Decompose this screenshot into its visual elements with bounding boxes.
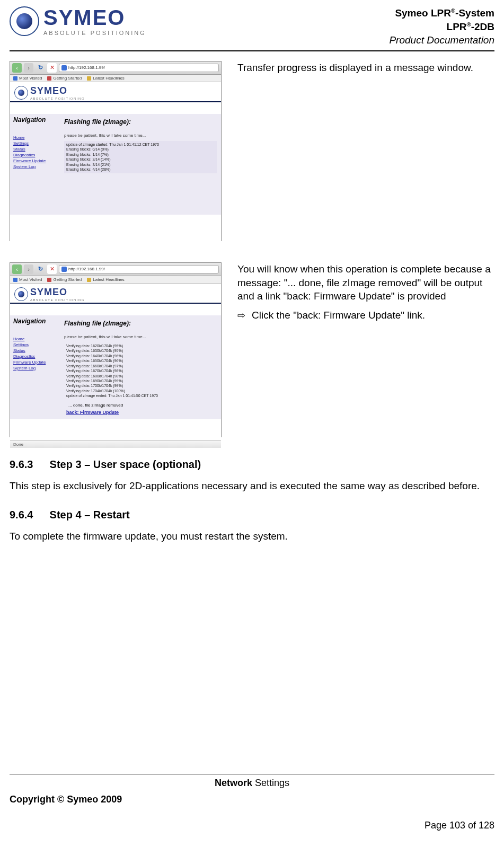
caption-1: Transfer progress is displayed in a mess… — [237, 61, 494, 241]
nav-home[interactable]: Home — [13, 135, 61, 140]
page-header: SYMEO ABSOLUTE POSITIONING Symeo LPR®-Sy… — [10, 6, 494, 51]
screenshot-done: ‹ › ↻ ✕ http://192.168.1.99/ Most Visite… — [10, 262, 222, 437]
nav-syslog[interactable]: System Log — [13, 366, 61, 370]
log-line: Verifying data: 1704k/1704k (100%) — [66, 389, 215, 393]
logo: SYMEO ABSOLUTE POSITIONING — [10, 6, 146, 36]
title-line2a: LPR — [447, 21, 467, 32]
caption-2: You will know when this operation is com… — [237, 262, 494, 437]
heading-963-title: Step 3 – User space (optional) — [50, 458, 201, 470]
arrow-icon: ⇨ — [237, 309, 245, 322]
flash-heading: Flashing file (zImage): — [64, 320, 217, 327]
inner-logo-name: SYMEO — [30, 85, 85, 96]
nav-column: Navigation Home Settings Status Diagnost… — [10, 114, 64, 215]
log-line: Verifying data: 1700k/1704k (99%) — [66, 383, 215, 388]
back-firmware-link[interactable]: back: Firmware Update — [66, 410, 217, 415]
nav-settings[interactable]: Settings — [13, 141, 61, 146]
address-bar[interactable]: http://192.168.1.99/ — [59, 265, 219, 273]
log-line: Verifying data: 1660k/1704k (97%) — [66, 364, 215, 368]
bookmark-bar: Most Visited Getting Started Latest Head… — [10, 276, 221, 284]
title-line1a: Symeo LPR — [395, 7, 451, 19]
caption-2-text: You will know when this operation is com… — [237, 262, 494, 303]
log-line: Erasing blocks: 3/14 (21%) — [66, 162, 215, 167]
nav-diagnostics[interactable]: Diagnostics — [13, 354, 61, 359]
screenshot-progress: ‹ › ↻ ✕ http://192.168.1.99/ Most Visite… — [10, 61, 222, 241]
log-line: Verifying data: 1620k/1704k (95%) — [66, 343, 215, 348]
log-line: update of zImage started: Thu Jan 1 01:4… — [66, 142, 215, 147]
doc-title: Symeo LPR®-System LPR®-2DB Product Docum… — [389, 6, 494, 47]
bookmark-bar: Most Visited Getting Started Latest Head… — [10, 75, 221, 82]
logo-tagline: ABSOLUTE POSITIONING — [43, 30, 146, 36]
logo-name: SYMEO — [43, 7, 146, 28]
back-icon[interactable]: ‹ — [12, 264, 22, 274]
inner-logo-name: SYMEO — [30, 287, 85, 298]
nav-diagnostics[interactable]: Diagnostics — [13, 153, 61, 157]
log-output: Verifying data: 1620k/1704k (95%) Verify… — [64, 342, 217, 400]
nav-status[interactable]: Status — [13, 348, 61, 353]
footer-section-rest: Settings — [252, 778, 289, 788]
stop-icon[interactable]: ✕ — [47, 264, 57, 274]
body-964: To complete the firmware update, you mus… — [10, 530, 494, 543]
forward-icon: › — [24, 264, 33, 274]
bookmark-most-visited[interactable]: Most Visited — [13, 277, 42, 282]
nav-home[interactable]: Home — [13, 337, 61, 341]
nav-syslog[interactable]: System Log — [13, 164, 61, 169]
title-line3: Product Documentation — [389, 33, 494, 47]
status-bar: Done — [10, 440, 221, 448]
log-line: Verifying data: 1650k/1704k (96%) — [66, 358, 215, 363]
page-footer: Network Settings Copyright © Symeo 2009 … — [10, 774, 494, 831]
reload-icon[interactable]: ↻ — [36, 63, 45, 73]
log-line: Erasing blocks: 0/14 (0%) — [66, 147, 215, 152]
log-line: update of zImage ended: Thu Jan 1 01:41:… — [66, 393, 215, 398]
main-column: Flashing file (zImage): please be patien… — [64, 114, 221, 215]
heading-963: 9.6.3 Step 3 – User space (optional) — [10, 458, 494, 471]
inner-logo-tag: ABSOLUTE POSITIONING — [30, 298, 85, 302]
log-line: Verifying data: 1640k/1704k (96%) — [66, 354, 215, 358]
bookmark-latest-headlines[interactable]: Latest Headlines — [87, 277, 125, 282]
nav-status[interactable]: Status — [13, 147, 61, 152]
back-icon[interactable]: ‹ — [12, 63, 22, 73]
log-line: Verifying data: 1630k/1704k (95%) — [66, 348, 215, 353]
logo-icon — [10, 6, 39, 36]
reload-icon[interactable]: ↻ — [36, 264, 45, 274]
footer-page: Page 103 of 128 — [10, 820, 494, 831]
heading-963-num: 9.6.3 — [10, 458, 47, 471]
nav-firmware[interactable]: Firmware Update — [13, 158, 61, 163]
log-line: Verifying data: 1690k/1704k (99%) — [66, 378, 215, 383]
log-line: Erasing blocks: 1/14 (7%) — [66, 152, 215, 157]
inner-logo-tag: ABSOLUTE POSITIONING — [30, 97, 85, 100]
log-output: update of zImage started: Thu Jan 1 01:4… — [64, 141, 217, 173]
title-line1b: -System — [455, 7, 494, 19]
heading-964-title: Step 4 – Restart — [50, 509, 130, 520]
bookmark-getting-started[interactable]: Getting Started — [47, 76, 82, 81]
nav-title: Navigation — [13, 116, 46, 123]
forward-icon: › — [24, 63, 33, 73]
nav-firmware[interactable]: Firmware Update — [13, 360, 61, 365]
done-message: ... done, file zImage removed — [68, 403, 217, 408]
heading-964: 9.6.4 Step 4 – Restart — [10, 509, 494, 521]
log-line: Erasing blocks: 4/14 (28%) — [66, 167, 215, 172]
caption-2-action: Click the "back: Firmware Update" link. — [252, 308, 425, 322]
body-963: This step is exclusively for 2D-applicat… — [10, 479, 494, 493]
flash-heading: Flashing file (zImage): — [64, 118, 217, 126]
nav-settings[interactable]: Settings — [13, 342, 61, 347]
flash-note: please be patient, this will take some t… — [64, 334, 217, 339]
footer-copyright: Copyright © Symeo 2009 — [10, 794, 494, 805]
footer-section-bold: Network — [215, 778, 252, 788]
browser-toolbar: ‹ › ↻ ✕ http://192.168.1.99/ — [10, 263, 221, 276]
heading-964-num: 9.6.4 — [10, 509, 47, 521]
footer-section: Network Settings — [10, 778, 494, 789]
bookmark-getting-started[interactable]: Getting Started — [47, 277, 82, 282]
caption-1-text: Transfer progress is displayed in a mess… — [237, 61, 494, 75]
browser-toolbar: ‹ › ↻ ✕ http://192.168.1.99/ — [10, 61, 221, 75]
bookmark-latest-headlines[interactable]: Latest Headlines — [87, 76, 125, 81]
address-bar[interactable]: http://192.168.1.99/ — [59, 64, 219, 72]
log-line: Erasing blocks: 2/14 (14%) — [66, 157, 215, 162]
inner-logo: SYMEO ABSOLUTE POSITIONING — [10, 82, 221, 102]
nav-title: Navigation — [13, 317, 46, 325]
stop-icon[interactable]: ✕ — [47, 63, 57, 73]
main-column: Flashing file (zImage): please be patien… — [64, 315, 221, 419]
bookmark-most-visited[interactable]: Most Visited — [13, 76, 42, 81]
inner-logo: SYMEO ABSOLUTE POSITIONING — [10, 284, 221, 304]
log-line: Verifying data: 1670k/1704k (98%) — [66, 368, 215, 373]
nav-column: Navigation Home Settings Status Diagnost… — [10, 315, 64, 419]
